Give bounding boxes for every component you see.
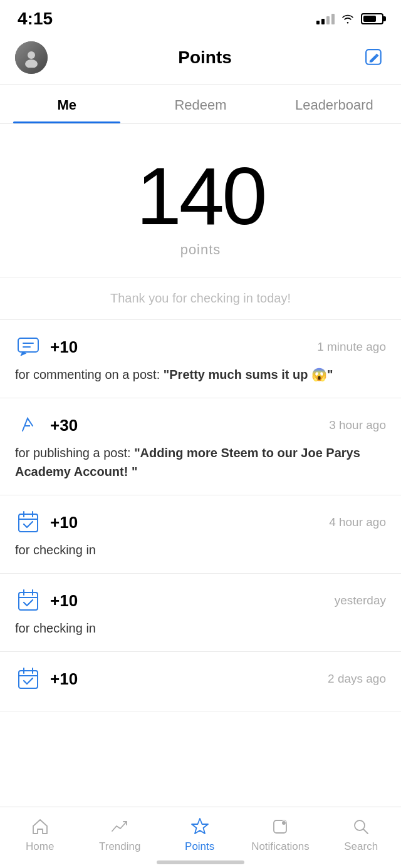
activity-item: +10 yesterday for checking in — [0, 574, 401, 652]
page-content: 140 points Thank you for checking in tod… — [0, 124, 401, 774]
activity-desc: for publishing a post: "Adding more Stee… — [15, 443, 386, 481]
tabs-bar: Me Redeem Leaderboard — [0, 85, 401, 124]
nav-home-label: Home — [26, 840, 54, 853]
points-value: 140 — [137, 155, 265, 237]
tab-leaderboard[interactable]: Leaderboard — [268, 85, 401, 123]
svg-rect-15 — [19, 671, 38, 688]
activity-time: 2 days ago — [328, 672, 386, 686]
checkin-icon — [15, 509, 41, 535]
activity-item: +10 4 hour ago for checking in — [0, 495, 401, 574]
nav-search-label: Search — [344, 840, 378, 853]
points-label: points — [180, 242, 221, 258]
svg-rect-11 — [19, 592, 38, 610]
edit-post-icon — [15, 412, 41, 438]
svg-rect-7 — [19, 514, 38, 532]
checkin-banner: Thank you for checking in today! — [0, 277, 401, 320]
nav-notifications[interactable]: Notifications — [251, 816, 310, 853]
activity-time: 1 minute ago — [317, 340, 386, 354]
nav-trending-label: Trending — [99, 840, 140, 853]
home-icon — [29, 816, 51, 837]
activity-item: +10 1 minute ago for commenting on a pos… — [0, 320, 401, 398]
status-icons — [316, 13, 383, 24]
signal-icon — [316, 13, 335, 24]
points-star-icon — [189, 816, 211, 837]
battery-icon — [361, 13, 383, 24]
nav-notifications-label: Notifications — [251, 840, 310, 853]
svg-rect-3 — [18, 338, 38, 352]
activity-item: +30 3 hour ago for publishing a post: "A… — [0, 398, 401, 495]
activity-time: yesterday — [335, 594, 386, 607]
activity-desc: for commenting on a post: "Pretty much s… — [15, 365, 386, 384]
activity-points: +30 — [50, 416, 78, 435]
status-bar: 4:15 — [0, 0, 401, 35]
page-title: Points — [178, 48, 232, 68]
tab-redeem[interactable]: Redeem — [133, 85, 267, 123]
svg-point-0 — [28, 51, 35, 59]
wifi-icon — [341, 14, 355, 24]
activity-points: +10 — [50, 669, 78, 689]
activity-desc: for checking in — [15, 619, 386, 638]
svg-point-22 — [282, 821, 286, 825]
trending-icon — [109, 816, 130, 837]
header: Points — [0, 35, 401, 85]
edit-button[interactable] — [362, 46, 386, 70]
nav-home[interactable]: Home — [12, 816, 68, 853]
nav-trending[interactable]: Trending — [91, 816, 148, 853]
activity-time: 3 hour ago — [329, 418, 386, 432]
activity-points: +10 — [50, 513, 78, 532]
tab-me[interactable]: Me — [0, 85, 133, 123]
activity-time: 4 hour ago — [329, 515, 386, 529]
activity-item: +10 2 days ago — [0, 652, 401, 711]
notifications-icon — [269, 816, 291, 837]
nav-search[interactable]: Search — [333, 816, 389, 853]
activity-points: +10 — [50, 591, 78, 611]
avatar[interactable] — [15, 41, 48, 74]
svg-marker-19 — [192, 819, 208, 834]
bottom-nav: Home Trending Points Notifications — [0, 807, 401, 868]
nav-points[interactable]: Points — [172, 816, 228, 853]
activity-points: +10 — [50, 338, 78, 357]
checkin-icon — [15, 666, 41, 692]
comment-icon — [15, 334, 41, 360]
checkin-text: Thank you for checking in today! — [110, 291, 291, 305]
svg-point-1 — [25, 59, 38, 68]
avatar-image — [15, 41, 48, 74]
activity-list: +10 1 minute ago for commenting on a pos… — [0, 320, 401, 711]
status-time: 4:15 — [18, 9, 53, 29]
points-section: 140 points — [0, 124, 401, 277]
checkin-icon — [15, 587, 41, 614]
svg-line-24 — [363, 829, 368, 834]
activity-desc: for checking in — [15, 540, 386, 559]
nav-points-label: Points — [185, 840, 214, 853]
search-icon — [350, 816, 372, 837]
home-indicator — [157, 860, 244, 864]
